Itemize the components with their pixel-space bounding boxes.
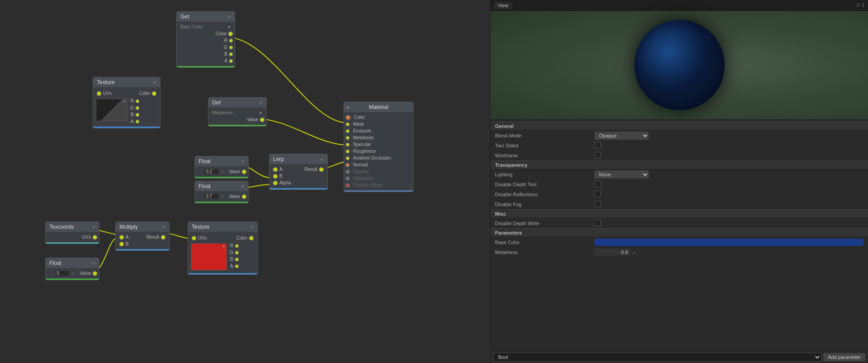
texture-remove-icon[interactable]: ✕	[222, 244, 226, 249]
node-float-07[interactable]: Float ✕ ⤢ Value	[194, 181, 249, 203]
float-value-input[interactable]	[205, 194, 218, 199]
port-dot-a[interactable]	[229, 59, 233, 63]
texture-remove-icon[interactable]: ✕	[123, 99, 126, 104]
disable-reflections-checkbox[interactable]	[594, 191, 601, 197]
disable-depth-write-checkbox[interactable]	[594, 220, 601, 226]
port-dot-result[interactable]	[161, 235, 165, 240]
close-icon[interactable]: ✕	[241, 184, 245, 189]
close-icon[interactable]: ✕	[92, 261, 95, 266]
resize-icon[interactable]: ⤢	[221, 194, 224, 199]
port-dot-g[interactable]	[136, 106, 139, 110]
port-dot-a[interactable]	[136, 120, 139, 123]
disable-depth-test-checkbox[interactable]	[594, 181, 601, 187]
base-color-swatch[interactable]	[594, 239, 863, 246]
node-texture-bottom[interactable]: Texture ✕ UVs Color ✕ R	[188, 222, 258, 275]
port-dot-uvs[interactable]	[97, 91, 101, 96]
node-header: Texture ✕	[93, 77, 160, 87]
port-dot-ao[interactable]	[346, 156, 349, 160]
node-texcoords[interactable]: Texcoords ✕ UVs	[45, 222, 99, 244]
port-b-in: B	[118, 240, 131, 247]
port-dot-a[interactable]	[273, 167, 278, 172]
port-dot-b[interactable]	[119, 242, 124, 246]
node-bottom-bar	[195, 177, 248, 178]
bool-select[interactable]: Bool	[493, 353, 821, 362]
port-dot-metalness[interactable]	[346, 136, 349, 140]
node-bottom-bar	[269, 188, 327, 189]
port-dot-emissive[interactable]	[346, 129, 349, 133]
resize-icon[interactable]: ⤢	[221, 170, 224, 174]
port-dot-roughness[interactable]	[346, 150, 349, 153]
node-header: Float ✕	[46, 258, 99, 268]
node-texture-top[interactable]: Texture ✕ UVs Color ✕	[93, 77, 160, 128]
viewport-tab[interactable]: View	[494, 2, 512, 9]
wireframe-checkbox[interactable]	[594, 152, 601, 158]
close-icon[interactable]: ✕	[259, 100, 263, 105]
close-icon[interactable]: ✕	[250, 225, 254, 230]
port-dot-r[interactable]	[229, 39, 233, 42]
port-dot-uvs[interactable]	[93, 235, 97, 240]
disable-depth-test-value	[594, 181, 863, 188]
port-dot-color[interactable]	[228, 32, 233, 36]
close-icon[interactable]: ✕	[227, 14, 231, 19]
metalness-link-icon[interactable]: ⤢	[632, 250, 636, 255]
resize-icon[interactable]: ⤢	[71, 271, 75, 276]
close-icon[interactable]: ✕	[320, 157, 324, 162]
port-dot-mask[interactable]	[346, 123, 349, 126]
port-dot-a[interactable]	[235, 264, 239, 268]
port-dot-b[interactable]	[136, 113, 139, 117]
close-icon[interactable]: ✕	[241, 159, 245, 164]
port-emissive-in: Emissive	[344, 127, 413, 134]
port-value-out: ⤢ Value	[195, 168, 248, 175]
node-float-5[interactable]: Float ✕ ⤢ Value	[45, 258, 99, 280]
port-dot-normal[interactable]	[346, 163, 349, 167]
port-dot-g[interactable]	[229, 46, 233, 49]
node-get-metalness[interactable]: Get ✕ Metalness ▼ Value	[208, 97, 267, 127]
port-dot-value[interactable]	[242, 194, 246, 199]
node-lerp[interactable]: Lerp ✕ A B Alpha	[269, 154, 328, 190]
port-dot-opacity[interactable]	[346, 170, 349, 174]
lighting-select[interactable]: None Lit Unlit	[594, 170, 649, 179]
port-dot-b[interactable]	[273, 174, 278, 179]
node-multiply[interactable]: Multiply ✕ A B Result	[115, 222, 170, 251]
node-float-02[interactable]: Float ✕ ⤢ Value	[194, 156, 249, 179]
port-dot-r[interactable]	[235, 244, 239, 248]
disable-depth-test-label: Disable Depth Test	[495, 182, 594, 187]
port-dot-result[interactable]	[319, 167, 324, 172]
node-header: Multiply ✕	[116, 222, 169, 232]
two-sided-checkbox[interactable]	[594, 142, 601, 148]
float-value-input[interactable]	[205, 169, 218, 174]
node-material[interactable]: ▶ Material Color Mask Emissive Metalness	[344, 102, 414, 192]
port-uvs-in: UVs	[190, 235, 208, 241]
port-dot-specular[interactable]	[346, 143, 349, 146]
port-dot-value[interactable]	[242, 170, 246, 174]
base-color-value[interactable]	[594, 239, 863, 246]
port-dot-g[interactable]	[235, 251, 239, 255]
properties-panel[interactable]: General Blend Mode Opaque Masked Translu…	[491, 120, 868, 350]
port-dot-position[interactable]	[346, 184, 349, 187]
port-dot-alpha[interactable]	[273, 181, 278, 185]
blend-mode-select[interactable]: Opaque Masked Translucent	[594, 132, 649, 140]
port-dot-b[interactable]	[229, 52, 233, 56]
disable-fog-checkbox[interactable]	[594, 201, 601, 207]
port-dot-refraction[interactable]	[346, 177, 349, 180]
port-dot-color[interactable]	[152, 91, 156, 96]
node-editor[interactable]: Get ✕ Base Color ▼ Color R G B	[0, 0, 491, 363]
port-dot-value[interactable]	[260, 118, 264, 122]
port-dot-color[interactable]	[346, 115, 350, 120]
float-value-input[interactable]	[56, 271, 69, 276]
add-parameter-button[interactable]: Add parameter	[823, 353, 865, 361]
node-get-base-color[interactable]: Get ✕ Base Color ▼ Color R G B	[176, 11, 235, 68]
port-dot-a[interactable]	[119, 235, 124, 240]
port-dot-r[interactable]	[136, 99, 139, 103]
port-dot-value[interactable]	[93, 271, 97, 276]
port-dot-b[interactable]	[235, 258, 239, 261]
node-header: Texcoords ✕	[46, 222, 99, 232]
metalness-input[interactable]	[594, 249, 631, 256]
port-dot-color[interactable]	[249, 236, 254, 240]
prop-disable-reflections: Disable Reflections	[491, 189, 868, 199]
close-icon[interactable]: ✕	[162, 225, 165, 230]
close-icon[interactable]: ✕	[92, 225, 95, 230]
close-icon[interactable]: ✕	[153, 80, 156, 85]
bottom-row: Bool Add parameter	[491, 350, 868, 363]
port-dot-uvs[interactable]	[192, 236, 196, 240]
